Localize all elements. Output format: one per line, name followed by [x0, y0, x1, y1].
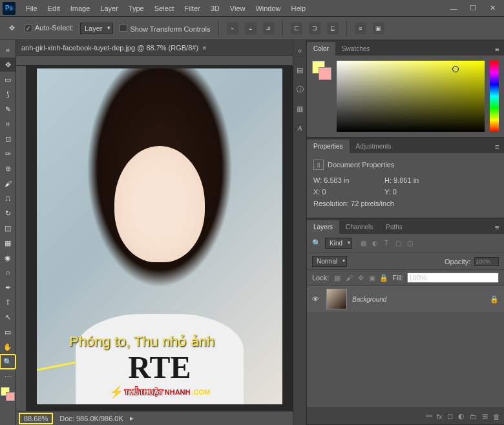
align-right-icon[interactable]: ⊑ [327, 23, 339, 34]
doc-size-info: Doc: 986.0K/986.0K [59, 415, 123, 422]
filter-shape-icon[interactable]: ▢ [394, 239, 403, 248]
menu-layer[interactable]: Layer [95, 2, 123, 15]
lock-brush-icon[interactable]: 🖌 [344, 273, 353, 282]
brush-tool[interactable]: 🖌 [0, 176, 16, 191]
window-maximize-button[interactable]: ☐ [464, 3, 482, 14]
new-layer-icon[interactable]: ⊞ [482, 412, 488, 420]
crop-tool[interactable]: ⌗ [0, 117, 16, 131]
align-middle-icon[interactable]: ⫠ [245, 23, 257, 34]
align-center-icon[interactable]: ⊐ [309, 23, 320, 34]
window-close-button[interactable]: ✕ [483, 3, 501, 14]
group-icon[interactable]: 🗀 [470, 413, 477, 420]
link-layers-icon[interactable]: ⚯ [426, 412, 432, 420]
menu-edit[interactable]: Edit [43, 2, 65, 15]
align-top-icon[interactable]: ⫟ [227, 23, 238, 34]
menu-select[interactable]: Select [149, 2, 180, 15]
paragraph-panel-icon[interactable]: ▥ [293, 102, 306, 115]
opacity-input[interactable] [474, 257, 499, 266]
tab-color[interactable]: Color [307, 42, 335, 56]
filter-smart-icon[interactable]: ◫ [405, 239, 414, 248]
history-panel-icon[interactable]: ▤ [293, 63, 306, 76]
canvas[interactable]: RTE Phóng to, Thu nhỏ ảnh ⚡ THỦTHUẬTNHAN… [26, 66, 293, 411]
color-field[interactable] [337, 61, 485, 132]
3d-mode-icon[interactable]: ▣ [373, 23, 384, 34]
window-minimize-button[interactable]: — [445, 3, 463, 14]
eraser-tool[interactable]: ◫ [0, 221, 16, 235]
filter-pixel-icon[interactable]: ▦ [359, 239, 368, 248]
menu-filter[interactable]: Filter [179, 2, 205, 15]
align-left-icon[interactable]: ⊏ [291, 23, 302, 34]
menu-image[interactable]: Image [65, 2, 96, 15]
menu-file[interactable]: File [21, 2, 43, 15]
tab-layers[interactable]: Layers [307, 220, 339, 234]
menu-3d[interactable]: 3D [205, 2, 225, 15]
eyedropper-tool[interactable]: ✑ [0, 147, 16, 161]
hue-slider[interactable] [490, 61, 499, 132]
color-swatch[interactable] [1, 387, 15, 401]
blend-mode-dropdown[interactable]: Normal [312, 256, 347, 267]
edit-toolbar-icon[interactable]: ⋯ [0, 369, 16, 384]
type-tool[interactable]: T [0, 295, 16, 309]
delete-layer-icon[interactable]: 🗑 [493, 413, 500, 420]
filter-search-icon[interactable]: 🔍 [312, 239, 321, 247]
filter-kind-dropdown[interactable]: Kind [325, 238, 352, 249]
hand-tool[interactable]: ✋ [0, 340, 16, 354]
panel-menu-icon[interactable]: ≡ [490, 140, 504, 153]
path-tool[interactable]: ↖ [0, 310, 16, 324]
layer-mask-icon[interactable]: ◻ [447, 412, 453, 420]
panel-menu-icon[interactable]: ≡ [490, 221, 504, 234]
auto-select-dropdown[interactable]: Layer [80, 23, 114, 34]
show-transform-checkbox[interactable]: Show Transform Controls [120, 24, 210, 33]
menu-type[interactable]: Type [123, 2, 149, 15]
distribute-icon[interactable]: ≡ [355, 23, 366, 34]
quick-select-tool[interactable]: ✎ [0, 102, 16, 116]
tab-paths[interactable]: Paths [379, 220, 409, 234]
frame-tool[interactable]: ⊡ [0, 132, 16, 146]
character-panel-icon[interactable]: A [293, 121, 306, 134]
color-picker-swatch[interactable] [312, 61, 331, 80]
tab-properties[interactable]: Properties [307, 140, 350, 153]
align-bottom-icon[interactable]: ⫡ [263, 23, 275, 34]
lock-position-icon[interactable]: ✥ [356, 273, 365, 282]
move-tool[interactable]: ✥ [0, 57, 16, 72]
info-panel-icon[interactable]: ⓘ [293, 83, 306, 96]
tab-channels[interactable]: Channels [339, 220, 379, 234]
tab-adjustments[interactable]: Adjustments [350, 140, 398, 153]
layer-name[interactable]: Background [352, 296, 485, 303]
layer-thumbnail[interactable] [326, 289, 347, 309]
marquee-tool[interactable]: ▭ [0, 72, 16, 87]
tab-swatches[interactable]: Swatches [335, 42, 376, 56]
auto-select-checkbox[interactable]: Auto-Select: [25, 24, 74, 32]
visibility-icon[interactable]: 👁 [312, 295, 321, 303]
lasso-tool[interactable]: ⟆ [0, 87, 16, 101]
zoom-tool[interactable]: 🔍 [0, 355, 16, 369]
dodge-tool[interactable]: ○ [0, 265, 16, 280]
adjustment-layer-icon[interactable]: ◐ [458, 412, 465, 420]
menu-help[interactable]: Help [286, 2, 311, 15]
fill-input[interactable] [407, 273, 499, 283]
lock-artboard-icon[interactable]: ▣ [368, 273, 377, 282]
tab-close-icon[interactable]: × [202, 44, 206, 52]
history-brush-tool[interactable]: ↻ [0, 206, 16, 220]
healing-tool[interactable]: ⊕ [0, 161, 16, 176]
statusbar-chevron-icon[interactable]: ▸ [130, 414, 134, 422]
menu-view[interactable]: View [225, 2, 251, 15]
layer-row[interactable]: 👁 Background 🔒 [307, 286, 504, 312]
expand-panels-icon[interactable]: « [293, 44, 306, 57]
pen-tool[interactable]: ✒ [0, 280, 16, 295]
clone-tool[interactable]: ⎍ [0, 191, 16, 205]
menu-window[interactable]: Window [250, 2, 286, 15]
lock-icon[interactable]: 🔒 [490, 295, 499, 304]
shape-tool[interactable]: ▭ [0, 325, 16, 339]
expand-icon[interactable]: » [0, 43, 16, 57]
document-tab[interactable]: anh-girl-xinh-facebook-tuyet-dep.jpg @ 8… [16, 40, 293, 56]
lock-transparent-icon[interactable]: ▦ [333, 273, 342, 282]
layer-style-icon[interactable]: fx [437, 413, 443, 420]
panel-menu-icon[interactable]: ≡ [490, 43, 504, 56]
zoom-level[interactable]: 88.68% [19, 413, 53, 424]
gradient-tool[interactable]: ▦ [0, 236, 16, 250]
blur-tool[interactable]: ◉ [0, 251, 16, 265]
filter-type-icon[interactable]: T [382, 239, 391, 248]
filter-adjust-icon[interactable]: ◐ [370, 239, 379, 248]
lock-all-icon[interactable]: 🔒 [379, 273, 388, 282]
